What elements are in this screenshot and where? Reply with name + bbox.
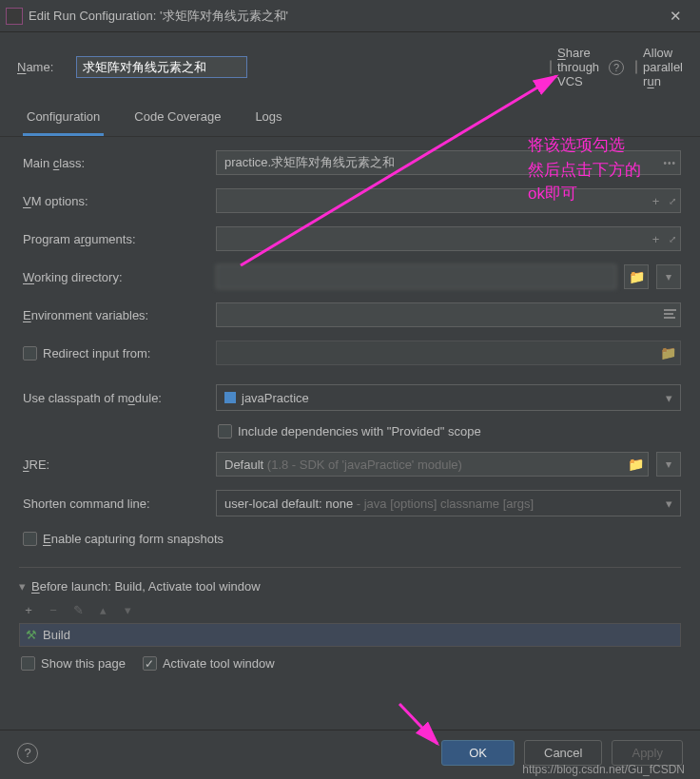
program-args-field[interactable]: + ⤢ [216,226,681,251]
fullscreen-icon[interactable]: ⤢ [669,196,676,206]
remove-icon[interactable]: − [46,603,61,617]
expand-icon[interactable]: + [652,194,660,208]
list-icon[interactable] [664,309,676,321]
chevron-down-icon: ▾ [666,497,672,511]
shorten-dropdown[interactable]: user-local default: none - java [options… [216,490,681,516]
activate-tool-checkbox[interactable]: Activate tool window [143,656,275,671]
snapshots-checkbox[interactable]: Enable capturing form snapshots [23,532,681,546]
show-page-checkbox[interactable]: Show this page [21,656,126,671]
chevron-down-icon: ▾ [19,579,26,594]
vm-options-field[interactable]: + ⤢ [216,188,681,213]
tab-bar: Configuration Code Coverage Logs [0,98,700,137]
edit-icon[interactable]: ✎ [70,603,86,617]
working-dir-label: Working directory: [23,270,208,284]
env-vars-label: Environment variables: [23,308,208,322]
name-label: Name: [17,60,65,74]
dropdown-button[interactable]: ▾ [656,452,681,477]
help-icon[interactable]: ? [609,60,624,75]
up-icon[interactable]: ▴ [95,603,110,617]
share-checkbox[interactable]: SShare through VCShare through VCS [550,46,597,88]
app-icon [6,8,23,25]
browse-icon[interactable]: ••• [663,158,676,168]
parallel-checkbox[interactable]: Allow parallel run [635,46,683,88]
cancel-button[interactable]: Cancel [524,740,602,766]
folder-icon[interactable]: 📁 [628,457,644,472]
name-input[interactable] [76,56,247,78]
dropdown-button[interactable]: ▾ [656,264,681,289]
vm-options-label: VM options: [23,194,208,208]
jre-field[interactable]: Default (1.8 - SDK of 'javaPractice' mod… [216,452,649,477]
down-icon[interactable]: ▾ [120,603,135,617]
close-icon[interactable]: ✕ [656,3,694,29]
shorten-label: Shorten command line: [23,497,208,511]
ok-button[interactable]: OK [441,740,515,766]
chevron-down-icon: ▾ [666,391,672,405]
module-dropdown[interactable]: javaPractice ▾ [216,384,681,411]
main-class-field[interactable]: practice.求矩阵对角线元素之和 ••• [216,150,681,175]
window-title: Edit Run Configuration: '求矩阵对角线元素之和' [23,8,656,25]
folder-icon[interactable]: 📁 [624,264,649,289]
tab-configuration[interactable]: Configuration [23,104,104,136]
hammer-icon: ⚒ [26,628,37,642]
apply-button[interactable]: Apply [612,740,683,766]
include-deps-checkbox[interactable]: Include dependencies with "Provided" sco… [218,424,681,438]
program-args-label: Program arguments: [23,232,208,246]
redirect-checkbox[interactable]: Redirect input from: [23,346,208,360]
fullscreen-icon[interactable]: ⤢ [669,234,676,244]
watermark: https://blog.csdn.net/Gu_fCSDN [522,763,685,776]
redirect-field[interactable]: 📁 [216,341,681,365]
jre-label: JRE: [23,458,208,472]
add-icon[interactable]: + [21,603,36,617]
tab-coverage[interactable]: Code Coverage [130,104,224,136]
env-vars-field[interactable] [216,302,681,327]
classpath-label: Use classpath of module: [23,391,208,405]
folder-icon[interactable]: 📁 [660,345,676,360]
expand-icon[interactable]: + [652,232,660,246]
main-class-label: Main class: [23,156,208,170]
help-button[interactable]: ? [17,743,38,764]
working-dir-field[interactable] [216,264,616,289]
module-icon [224,392,236,403]
before-launch-header[interactable]: ▾ Before launch: Build, Activate tool wi… [19,579,681,601]
tab-logs[interactable]: Logs [251,104,285,136]
build-task-item[interactable]: ⚒ Build [19,623,681,647]
